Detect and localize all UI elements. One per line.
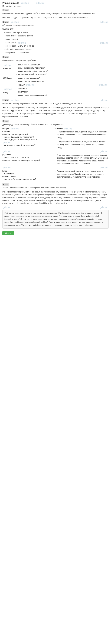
wm-s5-4: gdz.top xyxy=(3,150,11,153)
word-1: waste time - терять время xyxy=(4,31,108,34)
s5-komu-ans: Практически каждый из моего отряда нашел… xyxy=(56,170,108,178)
wm-s3-3: gdz.top xyxy=(99,83,107,87)
word-3: proud - гордый xyxy=(4,38,108,41)
vopros-label: Вопрос xyxy=(2,127,9,130)
s5-kakie-q1: новые места ты посетил? xyxy=(2,156,56,159)
s5-komu-q1: ты помог? xyxy=(2,172,56,175)
q-skolko-items: новых книг ты прочитал? новых фильмов ты… xyxy=(15,63,108,76)
step-1-task: Нам нужно задать вопросы твоему одноклас… xyxy=(2,16,108,19)
questions-table: gdz.top Сколько новых книг ты прочитал? … xyxy=(2,63,108,97)
q-kakie-items: новые места ты посетил? новые компьютерн… xyxy=(15,76,108,87)
wm-s5-6: gdz.top xyxy=(3,166,11,169)
s5-komu-label: Кому xyxy=(2,170,56,172)
s5-q1: новых книг ты прочитал? xyxy=(2,133,56,136)
s5-kakie-q2: новые компьютерные игры ты играл? xyxy=(2,159,56,162)
step-2: 2 шаг gdz.top gdz.top Обратимся к списку… xyxy=(2,20,108,54)
step-4-number: 4 шаг xyxy=(2,99,9,101)
watermark-s2-1: gdz.top xyxy=(10,20,19,23)
step-1-instruction: Внимательно прочитаем задание, чтобы пон… xyxy=(2,12,108,15)
step-4-text: Прочитаем пример из учебника, как нам ну… xyxy=(2,102,108,105)
watermark-wl-1: gdz.top xyxy=(18,41,26,44)
wm-s6-2: gdz.top xyxy=(100,206,108,209)
wm-s3-4: gdz.top xyxy=(4,87,14,91)
s5-komu-q3: нашел тебя в социальных сетях? xyxy=(2,178,56,180)
step-5: 5 шаг Давай представим, какие могут быть… xyxy=(2,120,108,180)
detail-label: Подробное решение xyxy=(2,5,108,7)
step5-kakie: (В) Какие новые места ты посетил? новые … xyxy=(2,154,108,169)
q-komu-3: нашел тебя в социальных сетях? xyxy=(16,94,108,96)
wm-s3-1: gdz.top xyxy=(4,63,14,67)
wordlist-title: WORDLIST xyxy=(2,28,108,30)
exercise-title: Упражнение 2 xyxy=(2,2,19,4)
word-5: school team - школьная команда xyxy=(4,44,108,48)
wm-s5-7: gdz.top xyxy=(100,166,108,169)
wm-s5-3: gdz.top xyxy=(64,127,72,130)
s5-ans-2: Я встретил много интересных людей во вре… xyxy=(56,140,108,149)
step-6-intro: Мой одноклассник провел отличное время в… xyxy=(2,190,108,205)
step-2-text: Обратимся к списку полезных слов. xyxy=(2,24,108,27)
answer-button[interactable]: Ответ xyxy=(2,231,14,235)
q-label-komu: gdz.top Кому xyxy=(2,87,15,97)
step-4-example: Эндрю не терял время на его каникулах. О… xyxy=(2,106,108,118)
step-2-number: 2 шаг xyxy=(2,21,9,23)
s5-kakie-label: (В) Какие xyxy=(2,154,56,156)
s5-q3: новых друзей у тебя теперь есть? xyxy=(2,138,56,141)
wm-s4-1: gdz.top xyxy=(10,99,19,102)
word-6: take part - принимать участие xyxy=(4,48,108,51)
step5-skolko: Вопрос gdz.top Сколько новых книг ты про… xyxy=(2,127,108,153)
q-label-kakie: (В) Какие xyxy=(2,76,15,87)
step-1: 1 шаг Внимательно прочитаем задание, что… xyxy=(2,9,108,19)
word-2: make friends - заводить друзей xyxy=(4,34,108,38)
step-4: 4 шаг gdz.top gdz.top Прочитаем пример и… xyxy=(2,99,108,118)
q-kakie-1: новые места ты посетил? xyxy=(16,77,108,80)
step-5-number: 5 шаг xyxy=(2,120,9,122)
step-5-text: Давай представим, какие могут быть ответ… xyxy=(2,123,108,126)
step-6: 6 шаг Теперь, на основании ответов на во… xyxy=(2,183,108,235)
step-6-number: 6 шаг xyxy=(2,183,9,186)
word-4-label: learn - учить xyxy=(4,41,16,44)
wm-s3-2: gdz.top xyxy=(26,83,34,87)
s5-komu-q2: помог тебе? xyxy=(2,175,56,178)
q-label-skolko: gdz.top Сколько xyxy=(2,63,15,76)
report-text: Мой одноклассник провел отличное время в… xyxy=(4,212,103,226)
q-komu-2: помог тебе? xyxy=(16,90,108,93)
wm-s5-1: gdz.top xyxy=(10,127,19,130)
s5-skolko-label: Сколько xyxy=(2,130,56,132)
step-3: 3 шаг Ознакомимся с вопросами в учебнике… xyxy=(2,56,108,97)
q-kakie-2: новые компьютерные игры ты xyxy=(16,80,108,83)
q-kakie-2b: играл? xyxy=(18,84,24,86)
s5-kakie-ans: В летнем лагере мы ходили в поход и посе… xyxy=(56,154,108,165)
watermark-header-1: gdz.top xyxy=(20,2,29,4)
s5-q4: интересных людей ты встретил? xyxy=(2,144,56,146)
step-1-number: 1 шаг xyxy=(2,9,9,12)
watermark-wl-2: gdz.top xyxy=(100,41,108,44)
s5-ans-1: Я завел нескольких новых друзей, когда я… xyxy=(56,130,108,139)
step5-komu: Кому ты помог? помог тебе? нашел тебя в … xyxy=(2,170,108,180)
q-skolko-3: новых друзей у тебя теперь есть? xyxy=(16,70,108,72)
otvety-label: Ответы xyxy=(56,127,63,130)
wm-s6-1: gdz.top xyxy=(3,206,11,209)
q-skolko-2: новых фильмов ты посмотрел? xyxy=(16,66,108,70)
step-6-text: Теперь, на основании ответов на вопросы,… xyxy=(2,186,108,189)
step-3-number: 3 шаг xyxy=(2,56,9,58)
q-skolko-4: интересных людей ты встретил? xyxy=(16,73,108,76)
watermark-s2-2: gdz.top xyxy=(100,20,108,23)
report-box: Мой одноклассник провел отличное время в… xyxy=(2,210,108,228)
wordlist: waste time - терять время make friends -… xyxy=(2,31,108,54)
step-3-text: Ознакомимся с вопросами в учебнике. xyxy=(2,59,108,62)
q-komu-items: ты помог? помог тебе? нашел тебя в социа… xyxy=(15,87,108,97)
page-header: Упражнение 2 gdz.top gdz.top Подробное р… xyxy=(2,2,108,7)
q-skolko-1: новых книг ты прочитал? xyxy=(16,63,108,66)
wm-s4-2: gdz.top xyxy=(100,99,108,102)
watermark-header-2: gdz.top xyxy=(36,2,44,4)
wm-s5-2: gdz.top xyxy=(3,141,11,144)
s5-q2: новых фильмов ты посмотрел? xyxy=(2,136,56,138)
word-7: competition - соревнование xyxy=(4,51,108,54)
q-komu-1: ты помог? xyxy=(16,87,108,90)
wm-s5-5: gdz.top xyxy=(100,150,108,153)
